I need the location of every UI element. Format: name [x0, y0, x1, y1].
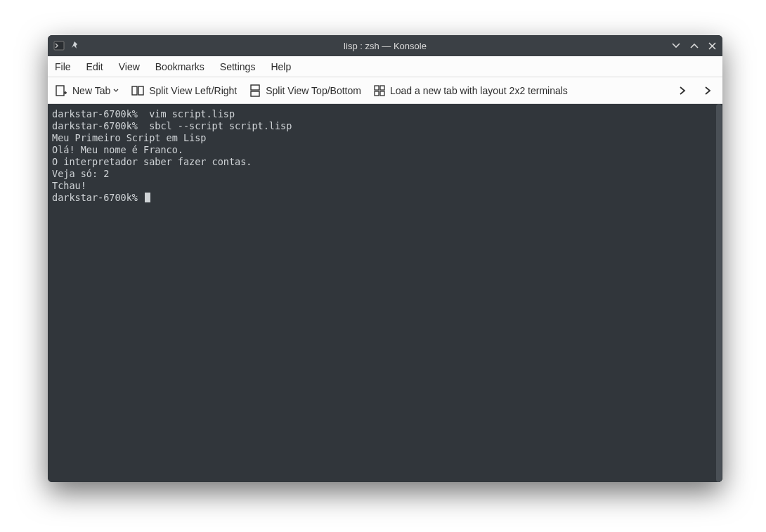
titlebar[interactable]: lisp : zsh — Konsole: [48, 35, 722, 56]
svg-rect-3: [138, 86, 143, 95]
split-lr-icon: [131, 85, 144, 96]
terminal[interactable]: darkstar-6700k% vim script.lispdarkstar-…: [48, 104, 715, 482]
menu-edit[interactable]: Edit: [86, 61, 103, 72]
scrollbar-thumb[interactable]: [716, 104, 722, 482]
terminal-prompt: darkstar-6700k%: [52, 120, 138, 131]
pin-icon[interactable]: [70, 41, 80, 51]
svg-rect-1: [56, 86, 64, 96]
split-lr-label: Split View Left/Right: [149, 85, 237, 96]
svg-rect-0: [54, 41, 64, 50]
maximize-button[interactable]: [689, 41, 699, 51]
scrollbar[interactable]: [715, 104, 722, 482]
menu-settings[interactable]: Settings: [220, 61, 256, 72]
menu-help[interactable]: Help: [271, 61, 291, 72]
konsole-window: lisp : zsh — Konsole File Edit View Book…: [48, 35, 722, 482]
terminal-command: sbcl --script script.lisp: [138, 120, 292, 131]
terminal-line: darkstar-6700k% sbcl --script script.lis…: [52, 120, 711, 132]
menubar: File Edit View Bookmarks Settings Help: [48, 56, 722, 77]
terminal-line: darkstar-6700k% vim script.lisp: [52, 108, 711, 120]
svg-rect-5: [251, 91, 259, 96]
menu-file[interactable]: File: [55, 61, 71, 72]
terminal-command: vim script.lisp: [138, 108, 235, 119]
grid-icon: [374, 85, 385, 96]
svg-rect-2: [132, 86, 137, 95]
new-tab-label: New Tab: [72, 85, 110, 96]
svg-rect-6: [375, 86, 379, 90]
split-tb-icon: [249, 84, 261, 97]
svg-rect-8: [375, 91, 379, 96]
dropdown-icon: [113, 88, 119, 93]
terminal-line: darkstar-6700k%: [52, 192, 711, 204]
terminal-prompt: darkstar-6700k%: [52, 192, 138, 203]
new-tab-button[interactable]: New Tab: [55, 84, 119, 97]
load-layout-label: Load a new tab with layout 2x2 terminals: [390, 85, 568, 96]
svg-rect-4: [251, 85, 259, 90]
load-layout-button[interactable]: Load a new tab with layout 2x2 terminals: [374, 85, 568, 96]
toolbar: New Tab Split View Left/Right Split View…: [48, 77, 722, 104]
terminal-line: Veja só: 2: [52, 168, 711, 180]
window-title: lisp : zsh — Konsole: [48, 41, 722, 51]
terminal-cursor: [145, 193, 150, 202]
svg-rect-9: [380, 91, 384, 96]
new-tab-icon: [55, 84, 67, 97]
app-icon: [53, 40, 65, 51]
split-tb-label: Split View Top/Bottom: [266, 85, 361, 96]
svg-rect-7: [380, 86, 384, 90]
terminal-line: Tchau!: [52, 180, 711, 192]
menu-bookmarks[interactable]: Bookmarks: [155, 61, 205, 72]
terminal-area: darkstar-6700k% vim script.lispdarkstar-…: [48, 104, 722, 482]
menu-view[interactable]: View: [119, 61, 140, 72]
terminal-line: O interpretador saber fazer contas.: [52, 156, 711, 168]
nav-right-1-icon[interactable]: [677, 86, 687, 96]
minimize-button[interactable]: [671, 41, 681, 51]
close-button[interactable]: [708, 41, 717, 51]
split-left-right-button[interactable]: Split View Left/Right: [131, 85, 237, 96]
terminal-line: Olá! Meu nome é Franco.: [52, 144, 711, 156]
terminal-prompt: darkstar-6700k%: [52, 108, 138, 119]
terminal-line: Meu Primeiro Script em Lisp: [52, 132, 711, 144]
split-top-bottom-button[interactable]: Split View Top/Bottom: [249, 84, 361, 97]
nav-right-2-icon[interactable]: [703, 86, 713, 96]
